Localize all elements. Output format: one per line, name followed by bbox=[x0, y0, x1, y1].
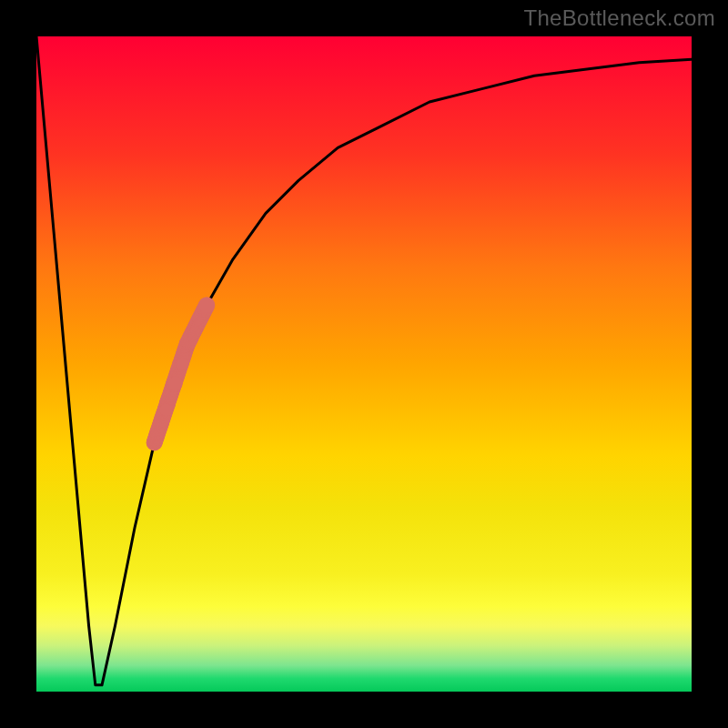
highlight-points-layer bbox=[36, 36, 692, 692]
highlight-strip-dot bbox=[198, 297, 215, 313]
plot-area bbox=[36, 36, 692, 692]
chart-container: TheBottleneck.com bbox=[0, 0, 728, 728]
highlight-isolated-dot bbox=[160, 403, 173, 416]
highlight-points-group bbox=[147, 297, 216, 450]
highlight-isolated-dot bbox=[177, 358, 189, 370]
watermark-text: TheBottleneck.com bbox=[523, 5, 715, 31]
highlight-isolated-dot bbox=[168, 377, 183, 391]
